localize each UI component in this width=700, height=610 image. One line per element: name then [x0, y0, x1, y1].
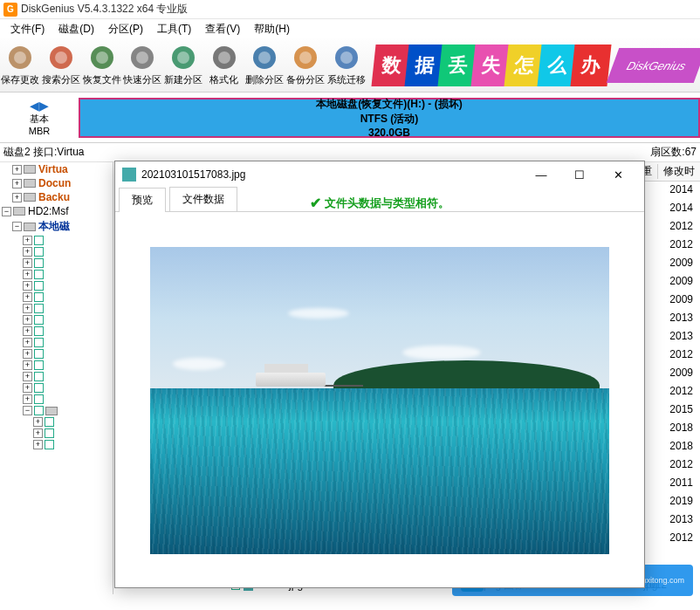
tree-checkbox[interactable]	[34, 258, 44, 268]
delete-button[interactable]: 删除分区	[244, 40, 285, 91]
expand-icon[interactable]: +	[33, 428, 43, 438]
tree-item[interactable]: +	[0, 371, 113, 382]
menu-tools[interactable]: 工具(T)	[150, 20, 198, 38]
tree-item[interactable]: +	[0, 314, 113, 326]
expand-icon[interactable]: +	[23, 270, 32, 279]
migrate-button[interactable]: 系统迁移	[326, 40, 367, 91]
menu-file[interactable]: 文件(F)	[3, 20, 51, 38]
tree-checkbox[interactable]	[34, 338, 44, 347]
tree-checkbox[interactable]	[34, 281, 44, 291]
col-modified[interactable]: 修改时	[657, 164, 700, 179]
tree-checkbox[interactable]	[34, 406, 44, 415]
menu-partition[interactable]: 分区(P)	[101, 20, 150, 38]
tree-item[interactable]: +	[0, 439, 113, 450]
file-year-cell: 2012	[662, 458, 700, 476]
tree-item[interactable]: +	[0, 235, 113, 246]
file-year-cell: 2013	[662, 330, 700, 348]
drive-icon	[24, 165, 36, 174]
expand-icon[interactable]: +	[23, 360, 32, 370]
tree-item[interactable]: −本地磁	[0, 218, 113, 235]
menu-view[interactable]: 查看(V)	[198, 20, 247, 38]
toolbar: 保存更改搜索分区恢复文件快速分区新建分区格式化删除分区备份分区系统迁移数据丢失怎…	[0, 38, 700, 93]
expand-icon[interactable]: +	[23, 292, 32, 302]
menu-disk[interactable]: 磁盘(D)	[51, 20, 101, 38]
menu-help[interactable]: 帮助(H)	[247, 20, 297, 38]
tree-item[interactable]: +	[0, 360, 113, 371]
tree-checkbox[interactable]	[34, 270, 44, 279]
tree-item[interactable]: +	[0, 382, 113, 394]
tree-item[interactable]: −	[0, 405, 113, 416]
expand-icon[interactable]: +	[12, 193, 22, 202]
file-year-cell: 2018	[662, 440, 700, 458]
backup-button[interactable]: 备份分区	[285, 40, 326, 91]
tree-item[interactable]: +	[0, 257, 113, 269]
expand-icon[interactable]: +	[23, 236, 32, 245]
close-button[interactable]: ✕	[599, 162, 637, 187]
tab-file-data[interactable]: 文件数据	[169, 187, 237, 211]
tree-checkbox[interactable]	[34, 394, 44, 404]
expand-icon[interactable]: +	[23, 383, 32, 393]
expand-icon[interactable]: +	[23, 304, 32, 313]
expand-icon[interactable]: +	[12, 179, 22, 188]
tree-item[interactable]: +	[0, 291, 113, 303]
tree-item[interactable]: +	[0, 303, 113, 314]
tree-checkbox[interactable]	[34, 383, 44, 393]
expand-icon[interactable]: −	[23, 406, 32, 415]
tree-checkbox[interactable]	[34, 326, 44, 336]
tree-item[interactable]: +	[0, 394, 113, 405]
minimize-button[interactable]: ―	[522, 162, 560, 187]
tree-item[interactable]: +	[0, 326, 113, 337]
tree-checkbox[interactable]	[45, 428, 54, 438]
expand-icon[interactable]: +	[23, 326, 32, 336]
expand-icon[interactable]: +	[12, 165, 22, 175]
new-button[interactable]: 新建分区	[163, 40, 204, 91]
expand-icon[interactable]: +	[23, 247, 32, 257]
tree-checkbox[interactable]	[34, 247, 44, 257]
tree-item[interactable]: +	[0, 269, 113, 280]
tree-checkbox[interactable]	[34, 292, 44, 302]
tree-checkbox[interactable]	[34, 372, 44, 381]
tree-item[interactable]: +	[0, 348, 113, 360]
svg-point-11	[218, 51, 230, 64]
promo-banner[interactable]: 数据丢失怎么办DiskGenius	[374, 40, 700, 91]
tree-checkbox[interactable]	[34, 236, 44, 245]
expand-icon[interactable]: +	[23, 349, 32, 359]
tree-checkbox[interactable]	[45, 417, 54, 427]
search-button[interactable]: 搜索分区	[41, 40, 82, 91]
quick-button[interactable]: 快速分区	[122, 40, 163, 91]
format-button[interactable]: 格式化	[203, 40, 244, 91]
partition-bar[interactable]: 本地磁盘(恢复文件)(H:) - (损坏) NTFS (活动) 320.0GB	[79, 98, 700, 138]
recover-button[interactable]: 恢复文件	[81, 40, 122, 91]
tree-panel[interactable]: +Virtua+Docun+Backu−HD2:Msf−本地磁+++++++++…	[0, 162, 113, 594]
tree-checkbox[interactable]	[45, 440, 54, 449]
tree-item[interactable]: +Docun	[0, 176, 113, 190]
tree-checkbox[interactable]	[34, 349, 44, 359]
tree-checkbox[interactable]	[34, 315, 44, 325]
tree-checkbox[interactable]	[34, 360, 44, 370]
expand-icon[interactable]: +	[23, 394, 32, 404]
expand-icon[interactable]: −	[2, 207, 11, 216]
nav-arrows-icon[interactable]: ◀▶	[30, 99, 49, 113]
tree-item[interactable]: −HD2:Msf	[0, 204, 113, 218]
expand-icon[interactable]: +	[23, 258, 32, 268]
tree-checkbox[interactable]	[34, 304, 44, 313]
tree-item[interactable]: +	[0, 428, 113, 439]
tab-preview[interactable]: 预览	[119, 188, 166, 212]
expand-icon[interactable]: +	[33, 417, 43, 427]
tree-item[interactable]: +	[0, 280, 113, 291]
expand-icon[interactable]: +	[23, 338, 32, 347]
save-button[interactable]: 保存更改	[0, 40, 41, 91]
expand-icon[interactable]: −	[12, 222, 22, 231]
tree-item[interactable]: +	[0, 416, 113, 428]
expand-icon[interactable]: +	[23, 372, 32, 381]
maximize-button[interactable]: ☐	[560, 162, 599, 187]
tree-item[interactable]: +Backu	[0, 190, 113, 204]
expand-icon[interactable]: +	[23, 315, 32, 325]
preview-titlebar[interactable]: 202103101517083.jpg ― ☐ ✕	[115, 161, 644, 188]
tree-label: HD2:Msf	[28, 205, 69, 217]
tree-item[interactable]: +	[0, 246, 113, 257]
tree-item[interactable]: +Virtua	[0, 162, 113, 176]
expand-icon[interactable]: +	[33, 440, 43, 449]
expand-icon[interactable]: +	[23, 281, 32, 291]
tree-item[interactable]: +	[0, 337, 113, 348]
